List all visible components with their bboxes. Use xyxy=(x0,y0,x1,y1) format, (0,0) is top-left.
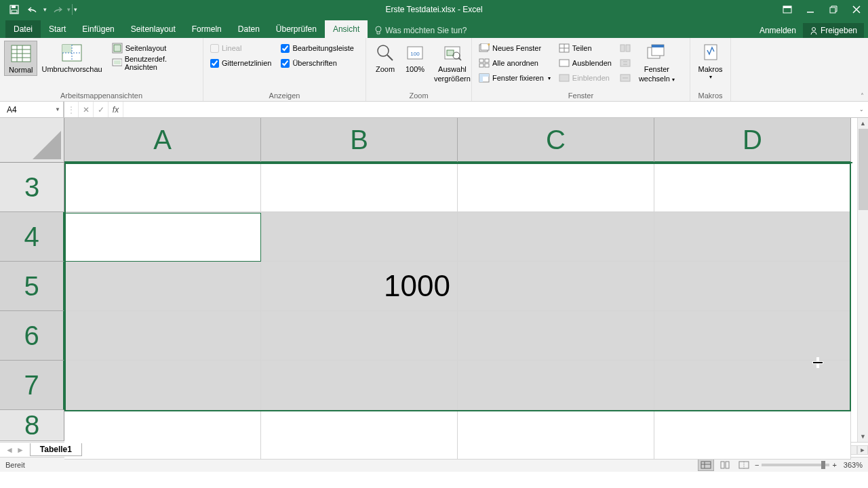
collapse-ribbon-icon[interactable]: ˄ xyxy=(861,92,864,100)
cell-d8[interactable] xyxy=(654,410,851,460)
column-header-a[interactable]: A xyxy=(64,118,261,163)
split-button[interactable]: Teilen xyxy=(556,41,614,56)
cell-b7[interactable] xyxy=(261,361,458,410)
switch-windows-button[interactable]: Fenster wechseln ▾ xyxy=(635,41,679,85)
select-all-corner[interactable] xyxy=(0,118,64,163)
tab-insert[interactable]: Einfügen xyxy=(74,20,122,38)
column-header-c[interactable]: C xyxy=(458,118,654,163)
row-header-3[interactable]: 3 xyxy=(0,163,64,212)
page-layout-label: Seitenlayout xyxy=(125,44,167,52)
new-window-button[interactable]: ✳Neues Fenster xyxy=(476,41,553,56)
cell-b6[interactable] xyxy=(261,311,458,361)
person-icon xyxy=(810,26,818,35)
cell-d6[interactable] xyxy=(654,311,851,361)
pagebreak-view-status-icon[interactable] xyxy=(736,459,752,471)
undo-dropdown-icon[interactable]: ▾ xyxy=(43,6,47,13)
cell-b3[interactable] xyxy=(261,163,458,212)
zoom-selection-button[interactable]: Auswahl vergrößern xyxy=(430,41,475,84)
cell-b8[interactable] xyxy=(261,410,458,460)
name-box-dropdown-icon[interactable]: ▼ xyxy=(55,106,60,113)
row-header-7[interactable]: 7 xyxy=(0,361,64,410)
column-header-b[interactable]: B xyxy=(261,118,458,163)
cell-a5[interactable] xyxy=(64,262,261,311)
vertical-scrollbar[interactable]: ▲ ▼ xyxy=(857,118,868,442)
status-ready: Bereit xyxy=(5,461,25,469)
row-header-4[interactable]: 4 xyxy=(0,212,64,262)
sheet-tab-1[interactable]: Tabelle1 xyxy=(30,443,82,456)
formula-bar-checkbox[interactable]: Bearbeitungsleiste xyxy=(278,41,357,56)
zoom-in-icon[interactable]: + xyxy=(832,461,836,469)
headings-checkbox[interactable]: Überschriften xyxy=(278,56,357,70)
normal-view-status-icon[interactable] xyxy=(698,459,714,471)
freeze-panes-icon xyxy=(479,73,490,83)
cell-b5[interactable]: 1000 xyxy=(261,262,458,311)
page-layout-button[interactable]: Seitenlayout xyxy=(109,41,199,56)
svg-rect-16 xyxy=(62,45,72,53)
arrange-all-button[interactable]: Alle anordnen xyxy=(476,56,553,70)
sign-in-button[interactable]: Anmelden xyxy=(753,23,803,38)
zoom-slider[interactable]: − + xyxy=(755,461,837,469)
tab-data[interactable]: Daten xyxy=(230,20,268,38)
cell-c3[interactable] xyxy=(458,163,654,212)
cell-d7[interactable] xyxy=(654,361,851,410)
close-icon[interactable] xyxy=(845,0,868,19)
tellme-search[interactable]: Was möchten Sie tun? xyxy=(368,23,473,38)
row-header-5[interactable]: 5 xyxy=(0,262,64,311)
row-header-6[interactable]: 6 xyxy=(0,311,64,361)
cell-d5[interactable] xyxy=(654,262,851,311)
undo-icon[interactable] xyxy=(24,1,42,18)
cell-c7[interactable] xyxy=(458,361,654,410)
view-side-3 xyxy=(617,70,633,85)
scroll-down-icon[interactable]: ▼ xyxy=(858,431,868,442)
gridlines-checkbox[interactable]: Gitternetzlinien xyxy=(208,56,274,70)
cell-b4[interactable] xyxy=(261,212,458,262)
scroll-thumb[interactable] xyxy=(859,129,868,210)
fx-icon[interactable]: fx xyxy=(108,102,123,117)
svg-text:100: 100 xyxy=(410,51,420,57)
share-button[interactable]: Freigeben xyxy=(803,23,864,38)
column-header-d[interactable]: D xyxy=(654,118,851,163)
tab-formulas[interactable]: Formeln xyxy=(184,20,230,38)
tab-home[interactable]: Start xyxy=(41,20,74,38)
minimize-icon[interactable] xyxy=(799,0,822,19)
cell-c6[interactable] xyxy=(458,311,654,361)
tab-view[interactable]: Ansicht xyxy=(325,20,368,38)
cell-c5[interactable] xyxy=(458,262,654,311)
zoom-button[interactable]: Zoom xyxy=(370,41,400,75)
cell-a3[interactable] xyxy=(64,163,261,212)
cell-d3[interactable] xyxy=(654,163,851,212)
ribbon-tabs: Datei Start Einfügen Seitenlayout Formel… xyxy=(0,19,868,38)
tab-pagelayout[interactable]: Seitenlayout xyxy=(123,20,184,38)
normal-view-button[interactable]: Normal xyxy=(4,41,37,76)
cell-a8[interactable] xyxy=(64,410,261,460)
cell-d4[interactable] xyxy=(654,212,851,262)
pagelayout-view-status-icon[interactable] xyxy=(717,459,733,471)
pagebreak-preview-button[interactable]: Umbruchvorschau xyxy=(37,41,106,75)
cell-c8[interactable] xyxy=(458,410,654,460)
macros-button[interactable]: Makros ▾ xyxy=(694,41,726,82)
spreadsheet-grid[interactable]: A B C D 3 4 5 1000 6 7 8 xyxy=(0,118,868,442)
formula-input[interactable]: ⌄ xyxy=(123,102,868,117)
hide-button[interactable]: Ausblenden xyxy=(556,56,614,70)
cell-a6[interactable] xyxy=(64,311,261,361)
tab-review[interactable]: Überprüfen xyxy=(268,20,325,38)
zoom-100-button[interactable]: 100 100% xyxy=(400,41,430,75)
name-box[interactable]: A4 ▼ xyxy=(0,102,64,117)
formula-expand-icon[interactable]: ⌄ xyxy=(859,106,864,113)
scroll-up-icon[interactable]: ▲ xyxy=(858,118,868,129)
ribbon-display-icon[interactable] xyxy=(776,0,799,19)
row-header-8[interactable]: 8 xyxy=(0,410,64,441)
qat-customize-icon[interactable]: ▾ xyxy=(74,6,77,13)
zoom-level[interactable]: 363% xyxy=(844,461,863,469)
cell-a7[interactable] xyxy=(64,361,261,410)
freeze-panes-button[interactable]: Fenster fixieren▾ xyxy=(476,70,553,85)
save-icon[interactable] xyxy=(5,1,23,18)
normal-view-icon xyxy=(10,43,32,64)
cell-c4[interactable] xyxy=(458,212,654,262)
restore-icon[interactable] xyxy=(822,0,845,19)
zoom-out-icon[interactable]: − xyxy=(755,461,759,469)
custom-views-button[interactable]: Benutzerdef. Ansichten xyxy=(109,56,199,70)
tab-file[interactable]: Datei xyxy=(5,20,41,38)
share-label: Freigeben xyxy=(821,26,857,35)
cell-a4[interactable] xyxy=(64,212,261,262)
